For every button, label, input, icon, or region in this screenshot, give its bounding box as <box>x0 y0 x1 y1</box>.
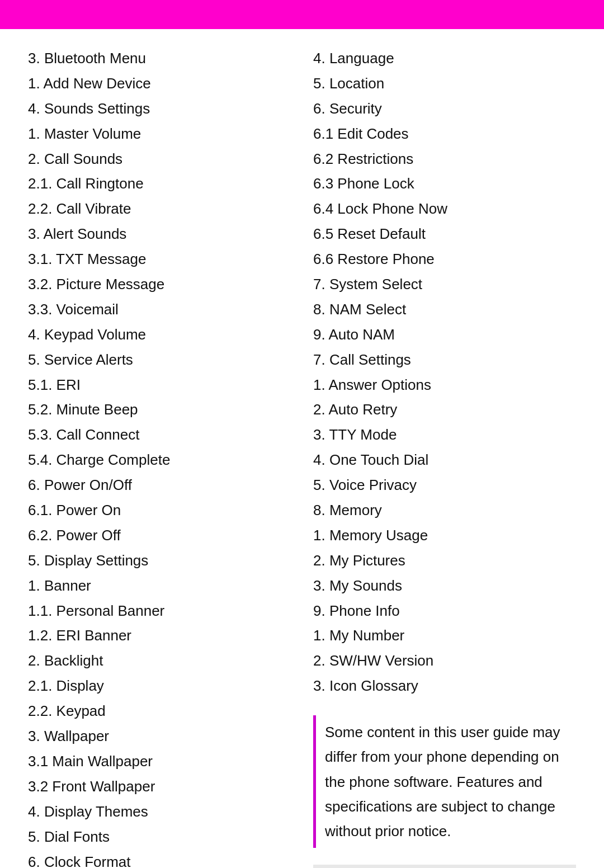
list-item: 3. Alert Sounds <box>28 221 291 247</box>
top-bar <box>0 0 604 29</box>
list-item: 2. Auto Retry <box>313 397 576 422</box>
list-item: 2. Backlight <box>28 648 291 673</box>
list-item: 2. SW/HW Version <box>313 648 576 673</box>
list-item: 9. Auto NAM <box>313 322 576 347</box>
list-item: 1. My Number <box>313 623 576 648</box>
list-item: 5. Service Alerts <box>28 347 291 372</box>
list-item: 5.2. Minute Beep <box>28 397 291 422</box>
list-item: 2.1. Display <box>28 673 291 699</box>
list-item: 3. TTY Mode <box>313 422 576 447</box>
note-text: Some content in this user guide may diff… <box>325 724 560 839</box>
list-item: 3.2 Front Wallpaper <box>28 774 291 799</box>
list-item: 1. Master Volume <box>28 121 291 147</box>
right-column: 4. Language5. Location6. Security6.1 Edi… <box>302 46 576 868</box>
list-item: 3. Icon Glossary <box>313 673 576 699</box>
list-item: 4. Language <box>313 46 576 71</box>
list-item: 2.2. Keypad <box>28 699 291 724</box>
menu-access-box: Menu Access Press OK [MENU] to have acce… <box>313 865 576 868</box>
list-item: 1.2. ERI Banner <box>28 623 291 648</box>
list-item: 9. Phone Info <box>313 598 576 624</box>
list-item: 5.3. Call Connect <box>28 422 291 447</box>
list-item: 4. Sounds Settings <box>28 96 291 121</box>
list-item: 6.3 Phone Lock <box>313 171 576 196</box>
list-item: 7. Call Settings <box>313 347 576 372</box>
list-item: 1. Banner <box>28 573 291 598</box>
list-item: 5. Dial Fonts <box>28 824 291 850</box>
list-item: 6. Clock Format <box>28 850 291 869</box>
right-menu-list: 4. Language5. Location6. Security6.1 Edi… <box>313 46 576 699</box>
list-item: 4. Keypad Volume <box>28 322 291 347</box>
list-item: 8. NAM Select <box>313 297 576 322</box>
list-item: 6. Power On/Off <box>28 473 291 498</box>
note-box: Some content in this user guide may diff… <box>313 715 576 848</box>
left-menu-list: 3. Bluetooth Menu1. Add New Device4. Sou… <box>28 46 291 868</box>
list-item: 6.1. Power On <box>28 498 291 523</box>
list-item: 2.1. Call Ringtone <box>28 171 291 196</box>
list-item: 6.5 Reset Default <box>313 221 576 247</box>
list-item: 3. Bluetooth Menu <box>28 46 291 71</box>
list-item: 5. Voice Privacy <box>313 473 576 498</box>
list-item: 7. System Select <box>313 272 576 297</box>
list-item: 2. My Pictures <box>313 548 576 573</box>
list-item: 6.2. Power Off <box>28 523 291 548</box>
list-item: 3.1 Main Wallpaper <box>28 749 291 774</box>
list-item: 3.3. Voicemail <box>28 297 291 322</box>
list-item: 3.1. TXT Message <box>28 247 291 272</box>
list-item: 5. Display Settings <box>28 548 291 573</box>
list-item: 6. Security <box>313 96 576 121</box>
list-item: 6.2 Restrictions <box>313 147 576 172</box>
list-item: 6.4 Lock Phone Now <box>313 196 576 221</box>
list-item: 8. Memory <box>313 498 576 523</box>
list-item: 1. Answer Options <box>313 372 576 398</box>
list-item: 6.6 Restore Phone <box>313 247 576 272</box>
list-item: 3. My Sounds <box>313 573 576 598</box>
list-item: 1. Memory Usage <box>313 523 576 548</box>
list-item: 1. Add New Device <box>28 71 291 96</box>
list-item: 5.4. Charge Complete <box>28 447 291 473</box>
list-item: 4. One Touch Dial <box>313 447 576 473</box>
left-column: 3. Bluetooth Menu1. Add New Device4. Sou… <box>28 46 302 868</box>
list-item: 3. Wallpaper <box>28 724 291 749</box>
list-item: 3.2. Picture Message <box>28 272 291 297</box>
list-item: 5.1. ERI <box>28 372 291 398</box>
list-item: 2. Call Sounds <box>28 147 291 172</box>
list-item: 5. Location <box>313 71 576 96</box>
list-item: 1.1. Personal Banner <box>28 598 291 624</box>
list-item: 2.2. Call Vibrate <box>28 196 291 221</box>
list-item: 4. Display Themes <box>28 799 291 824</box>
list-item: 6.1 Edit Codes <box>313 121 576 147</box>
